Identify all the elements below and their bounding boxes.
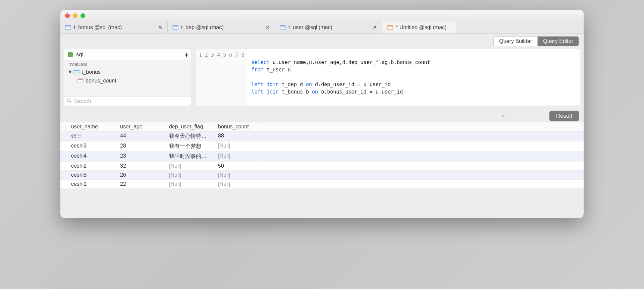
cell-spacer [263,152,584,161]
cell[interactable]: 我今天心情特别好， [165,131,214,141]
column-header-spacer [263,122,584,131]
tree-label: bonus_count [86,78,116,84]
cell[interactable]: 22 [116,180,165,188]
titlebar [60,10,584,21]
cell-spacer [263,162,584,170]
column-header[interactable]: bonus_count [214,122,263,131]
row-marker[interactable] [60,152,67,161]
column-header[interactable]: dep_user_flag [165,122,214,131]
column-header[interactable]: user_name [67,122,116,131]
row-marker[interactable] [60,141,67,151]
tab-2[interactable]: t_user @sql (mac)✕ [275,21,382,33]
table-icon [280,25,286,30]
cell[interactable]: 50 [214,162,263,170]
split-handle-icon[interactable] [502,115,504,117]
cell[interactable]: 44 [116,131,165,141]
query-editor-button[interactable]: Query Editor [537,37,579,46]
cell-spacer [263,180,584,188]
svg-rect-16 [387,25,393,26]
tab-0[interactable]: t_bonus @sql (mac)✕ [60,21,168,33]
tab-label: t_bonus @sql (mac) [74,24,122,31]
database-icon [67,52,73,58]
table-icon [65,25,71,30]
cell[interactable]: 28 [116,141,165,151]
cell[interactable]: 我平时没事的时候喜 [165,152,214,161]
cell-spacer [263,141,584,151]
cell[interactable]: [Null] [214,141,263,151]
svg-point-26 [67,99,70,102]
mode-toolbar: Query Builder Query Editor [60,34,584,48]
tab-close-icon[interactable]: ✕ [372,24,377,31]
column-icon [77,78,84,83]
code-editor[interactable]: 1 2 3 4 5 6 7 8 select u.user_name,u.use… [196,49,580,106]
combo-chevrons-icon: ▴▾ [185,52,187,58]
database-selector[interactable]: sql ▴▾ [64,49,191,60]
table-row[interactable]: ceshi526[Null][Null] [60,171,584,180]
row-marker[interactable] [60,162,67,170]
cell[interactable]: 26 [116,171,165,179]
table-row[interactable]: ceshi232[Null]50 [60,162,584,171]
query-builder-button[interactable]: Query Builder [494,37,537,46]
cell[interactable]: 88 [214,131,263,141]
tab-label: * Untitled @sql (mac) [396,24,446,31]
svg-rect-11 [280,25,285,26]
tab-label: t_dep @sql (mac) [181,24,224,31]
cell[interactable]: 32 [116,162,165,170]
tree-table-row[interactable]: ▼t_bonus [66,68,189,76]
search-input[interactable] [74,98,188,104]
window-maximize-button[interactable] [80,13,85,18]
window-close-button[interactable] [65,13,70,18]
result-toolbar: Result [60,107,584,122]
column-header[interactable]: user_age [116,122,165,131]
cell[interactable]: [Null] [214,171,263,179]
svg-rect-20 [74,70,79,71]
traffic-lights [65,13,85,18]
tab-close-icon[interactable]: ✕ [157,24,163,31]
cell[interactable]: [Null] [165,180,214,188]
table-row[interactable]: 张三44我今天心情特别好，88 [60,131,584,141]
table-icon [73,70,79,74]
cell[interactable]: 我有一个梦想 [165,141,214,151]
query-file-icon [387,25,393,30]
cell-spacer [263,131,584,141]
cell[interactable]: 23 [116,152,165,161]
table-row[interactable]: ceshi122[Null][Null] [60,180,584,189]
row-marker[interactable] [60,171,67,179]
database-name: sql [76,51,183,58]
svg-rect-6 [173,25,178,26]
grid-header: user_nameuser_agedep_user_flagbonus_coun… [60,122,584,131]
tab-label: t_user @sql (mac) [288,24,332,31]
table-row[interactable]: ceshi328我有一个梦想[Null] [60,141,584,152]
tree-column-row[interactable]: bonus_count [66,76,189,85]
result-grid: user_nameuser_agedep_user_flagbonus_coun… [60,122,584,189]
cell[interactable]: ceshi3 [67,141,116,151]
result-button[interactable]: Result [549,111,579,121]
row-marker[interactable] [60,131,67,141]
disclosure-triangle-icon[interactable]: ▼ [67,69,71,75]
cell[interactable]: ceshi4 [67,152,116,161]
svg-line-27 [70,102,71,103]
table-row[interactable]: ceshi423我平时没事的时候喜[Null] [60,152,584,162]
cell[interactable]: [Null] [214,152,263,161]
cell[interactable]: 张三 [67,131,116,141]
sidebar: sql ▴▾ TABLES ▼t_bonusbonus_count [64,49,191,106]
cell[interactable]: ceshi5 [67,171,116,179]
tab-3[interactable]: * Untitled @sql (mac) [382,21,456,33]
cell[interactable]: [Null] [165,171,214,179]
app-window: t_bonus @sql (mac)✕t_dep @sql (mac)✕t_us… [60,10,584,218]
row-marker[interactable] [60,180,67,188]
tables-header: TABLES [64,60,191,68]
line-gutter: 1 2 3 4 5 6 7 8 [196,49,247,106]
cell[interactable]: [Null] [214,180,263,188]
code-content[interactable]: select u.user_name,u.user_age,d.dep_user… [247,49,434,106]
tab-close-icon[interactable]: ✕ [265,24,270,31]
window-minimize-button[interactable] [73,13,77,18]
cell[interactable]: ceshi1 [67,180,116,188]
tree-label: t_bonus [82,69,101,75]
tab-1[interactable]: t_dep @sql (mac)✕ [168,21,275,33]
cell[interactable]: [Null] [165,162,214,170]
row-marker-header [60,122,67,131]
main-area: sql ▴▾ TABLES ▼t_bonusbonus_count 1 2 3 … [60,48,584,107]
table-icon [172,25,178,30]
cell[interactable]: ceshi2 [67,162,116,170]
